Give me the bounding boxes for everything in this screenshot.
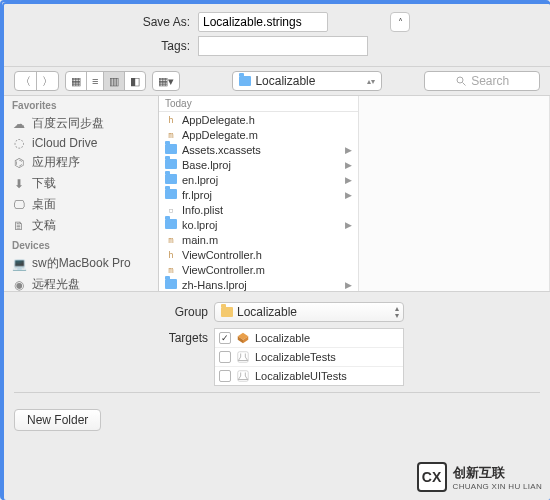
header-file-icon: h [165,115,177,125]
apps-icon: ⌬ [12,156,26,170]
desktop-icon: 🖵 [12,198,26,212]
group-label: Group [14,302,214,322]
sidebar-item[interactable]: ☁百度云同步盘 [4,113,158,134]
folder-icon [165,144,177,156]
search-icon [455,75,467,87]
header-file-icon: h [165,250,177,260]
sidebar-item[interactable]: ◌iCloud Drive [4,134,158,152]
file-row[interactable]: Assets.xcassets▶ [159,142,358,157]
file-name: ViewController.m [182,264,265,276]
impl-file-icon: m [165,130,177,140]
target-name: Localizable [255,332,310,344]
file-row[interactable]: mmain.m [159,232,358,247]
target-checkbox[interactable] [219,351,231,363]
disclosure-arrow-icon: ▶ [345,145,352,155]
file-name: main.m [182,234,218,246]
sidebar-item-label: 应用程序 [32,154,80,171]
tags-label: Tags: [14,39,194,53]
sidebar-item[interactable]: ⌬应用程序 [4,152,158,173]
tags-input[interactable] [198,36,368,56]
watermark: CX 创新互联 CHUANG XIN HU LIAN [417,462,542,492]
disclosure-arrow-icon: ▶ [345,220,352,230]
view-icon-list[interactable]: ≡ [86,72,103,90]
target-row[interactable]: LocalizableTests [215,347,403,366]
sidebar-item[interactable]: 💻sw的MacBook Pro [4,253,158,274]
save-as-label: Save As: [14,15,194,29]
search-field[interactable]: Search [424,71,540,91]
view-icon-columns[interactable]: ▥ [103,72,124,90]
target-row[interactable]: ✓Localizable [215,329,403,347]
sidebar-group-title: Favorites [4,96,158,113]
sidebar-item[interactable]: ⬇下载 [4,173,158,194]
file-row[interactable]: fr.lproj▶ [159,187,358,202]
file-row[interactable]: en.lproj▶ [159,172,358,187]
view-icon-coverflow[interactable]: ◧ [124,72,145,90]
disclosure-arrow-icon: ▶ [345,175,352,185]
disclosure-arrow-icon: ▶ [345,160,352,170]
path-label: Localizable [255,74,315,88]
target-name: LocalizableUITests [255,370,347,382]
disc-icon: ◉ [12,278,26,292]
watermark-logo: CX [417,462,447,492]
folder-icon [165,174,177,186]
file-name: fr.lproj [182,189,212,201]
sidebar-item[interactable]: 🖵桌面 [4,194,158,215]
target-name: LocalizableTests [255,351,336,363]
file-row[interactable]: ▫Info.plist [159,202,358,217]
target-row[interactable]: LocalizableUITests [215,366,403,385]
mac-icon: 💻 [12,257,26,271]
file-column-empty [359,96,550,291]
file-icon: ▫ [165,205,177,215]
file-name: zh-Hans.lproj [182,279,247,291]
watermark-line1: 创新互联 [453,464,542,482]
file-row[interactable]: mViewController.m [159,262,358,277]
folder-icon [165,189,177,201]
target-checkbox[interactable] [219,370,231,382]
app-target-icon [236,331,250,345]
watermark-line2: CHUANG XIN HU LIAN [453,482,542,491]
targets-list[interactable]: ✓LocalizableLocalizableTestsLocalizableU… [214,328,404,386]
folder-icon [165,279,177,291]
nav-forward-button[interactable]: 〉 [36,72,58,90]
file-name: Info.plist [182,204,223,216]
file-name: AppDelegate.h [182,114,255,126]
impl-file-icon: m [165,235,177,245]
new-folder-button[interactable]: New Folder [14,409,101,431]
file-row[interactable]: ko.lproj▶ [159,217,358,232]
sidebar-item[interactable]: 🗎文稿 [4,215,158,236]
file-row[interactable]: hViewController.h [159,247,358,262]
file-row[interactable]: Base.lproj▶ [159,157,358,172]
target-checkbox[interactable]: ✓ [219,332,231,344]
file-name: Assets.xcassets [182,144,261,156]
nav-back-forward[interactable]: 〈 〉 [14,71,59,91]
path-popup[interactable]: Localizable ▴▾ [232,71,382,91]
search-placeholder: Search [471,74,509,88]
file-row[interactable]: mAppDelegate.m [159,127,358,142]
arrange-menu[interactable]: ▦▾ [152,71,180,91]
sidebar-item-label: 桌面 [32,196,56,213]
expand-collapse-button[interactable]: ˄ [390,12,410,32]
impl-file-icon: m [165,265,177,275]
sidebar-item[interactable]: ◉远程光盘 [4,274,158,291]
file-name: Base.lproj [182,159,231,171]
test-target-icon [236,369,250,383]
sidebar: Favorites☁百度云同步盘◌iCloud Drive⌬应用程序⬇下载🖵桌面… [4,96,159,291]
icloud-icon: ◌ [12,136,26,150]
disclosure-arrow-icon: ▶ [345,190,352,200]
file-column[interactable]: TodayhAppDelegate.hmAppDelegate.mAssets.… [159,96,359,291]
sidebar-item-label: 远程光盘 [32,276,80,291]
folder-icon [165,159,177,171]
test-target-icon [236,350,250,364]
sidebar-item-label: 百度云同步盘 [32,115,104,132]
view-icon-icons[interactable]: ▦ [66,72,86,90]
nav-back-button[interactable]: 〈 [15,72,36,90]
group-popup[interactable]: Localizable ▴▾ [214,302,404,322]
column-header: Today [159,96,358,112]
file-row[interactable]: zh-Hans.lproj▶ [159,277,358,291]
group-value: Localizable [237,305,297,319]
file-name: ViewController.h [182,249,262,261]
view-mode-segment[interactable]: ▦ ≡ ▥ ◧ [65,71,146,91]
file-row[interactable]: hAppDelegate.h [159,112,358,127]
save-as-input[interactable] [198,12,328,32]
sidebar-item-label: sw的MacBook Pro [32,255,131,272]
